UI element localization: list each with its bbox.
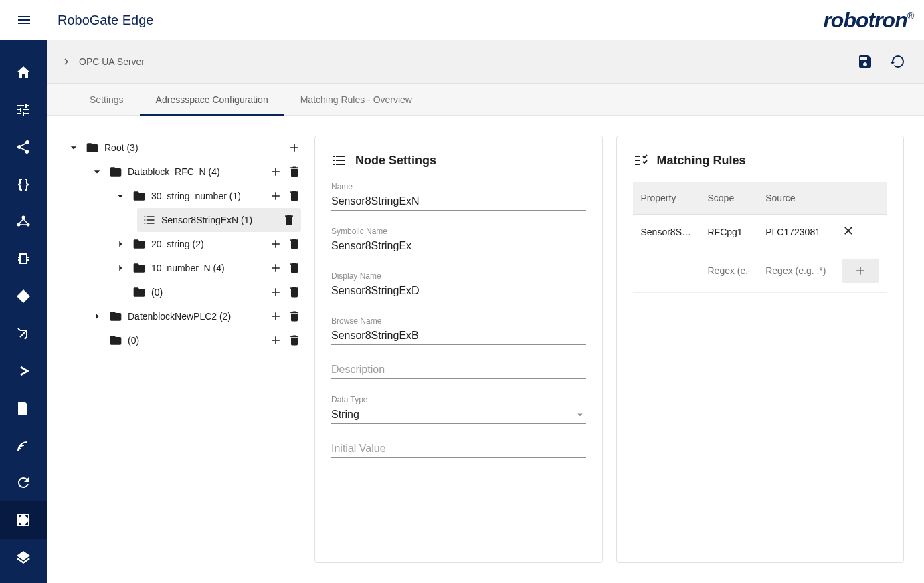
sidebar [0,40,47,583]
tree-toggle[interactable] [90,310,104,323]
home-icon [15,64,31,80]
plus-icon [854,264,867,277]
chevron-right-icon [114,237,127,251]
display-name-label: Display Name [331,271,586,281]
display-name-input[interactable] [331,282,586,300]
name-input[interactable] [331,193,586,211]
breadcrumb[interactable]: OPC UA Server [60,55,145,68]
chevron-right-icon [114,261,127,275]
add-icon[interactable] [269,237,282,251]
add-icon[interactable] [269,165,282,179]
folder-icon [132,285,146,299]
source-regex-input[interactable] [765,263,826,279]
delete-icon[interactable] [288,261,301,275]
tree-toggle[interactable] [114,189,127,203]
folder-icon [132,261,146,275]
tree-30-string-number[interactable]: 30_string_number (1) [114,184,301,208]
tree-toggle[interactable] [114,237,127,251]
restore-button[interactable] [884,48,911,75]
tab-settings[interactable]: Settings [74,84,140,116]
tree-datenblock-new[interactable]: DatenblockNewPLC2 (2) [90,304,301,328]
layers-icon [15,550,31,566]
table-new-row [633,249,888,293]
col-source: Source [757,182,834,215]
breadcrumb-bar: OPC UA Server [47,40,924,84]
description-input[interactable] [331,361,586,379]
sidebar-hub[interactable] [0,203,47,240]
add-icon[interactable] [269,261,282,275]
sidebar-wifi[interactable] [0,427,47,465]
menu-icon [16,12,32,28]
sidebar-tune[interactable] [0,91,47,128]
delete-icon[interactable] [288,285,301,299]
tab-matching-rules[interactable]: Matching Rules - Overview [284,84,428,116]
tree-toggle[interactable] [90,165,104,179]
tree-label: (0) [128,335,258,346]
menu-button[interactable] [11,7,37,33]
matching-rules-title: Matching Rules [657,154,746,168]
data-type-select[interactable]: String [331,406,586,424]
add-icon[interactable] [269,310,282,323]
tree-root[interactable]: Root (3) [67,136,301,160]
sidebar-play[interactable] [0,352,47,390]
tree-empty1[interactable]: (0) [114,280,301,304]
tree-10-number-n[interactable]: 10_number_N (4) [114,256,301,280]
initial-value-input[interactable] [331,440,586,458]
add-icon[interactable] [269,334,282,347]
tree-empty2[interactable]: (0) [90,328,301,352]
matching-rules-panel: Matching Rules Property Scope Source Se [616,136,905,563]
tree-toggle[interactable] [114,261,127,275]
sidebar-refresh[interactable] [0,464,47,501]
sidebar-file[interactable] [0,390,47,427]
folder-icon [109,334,122,347]
chevron-down-icon [67,141,80,154]
chip-icon [15,251,31,267]
greater-icon [15,363,31,379]
delete-icon[interactable] [288,310,301,323]
delete-icon[interactable] [288,237,301,251]
browse-name-input[interactable] [331,327,586,345]
list-icon [143,213,156,227]
symbolic-name-input[interactable] [331,237,586,255]
tree-sensor8[interactable]: Sensor8StringExN (1) [137,208,301,232]
sidebar-chip[interactable] [0,240,47,277]
tabs: Settings Adressspace Configuration Match… [47,84,924,116]
folder-icon [109,310,122,323]
checklist-icon [633,152,649,168]
sidebar-share[interactable] [0,128,47,166]
sidebar-braces[interactable] [0,166,47,203]
add-icon[interactable] [269,285,282,299]
tree-label: 10_number_N (4) [151,263,258,273]
tree-toggle[interactable] [67,141,80,154]
delete-icon[interactable] [288,165,301,179]
close-icon[interactable] [842,224,855,237]
file-icon [15,400,31,417]
tune-icon [15,102,31,118]
add-icon[interactable] [269,189,282,203]
tree-20-string[interactable]: 20_string (2) [114,232,301,256]
sidebar-diamond[interactable] [0,277,47,315]
tree-datablock-rfc[interactable]: Datablock_RFC_N (4) [90,160,301,184]
chevron-right-icon [60,55,72,68]
delete-icon[interactable] [282,213,296,227]
scope-regex-input[interactable] [708,263,750,279]
add-icon[interactable] [288,141,301,154]
app-title: RoboGate Edge [58,13,153,28]
folder-icon [132,189,146,203]
delete-icon[interactable] [288,334,301,347]
braces-icon [15,177,31,193]
sidebar-home[interactable] [0,53,47,91]
save-icon [857,53,873,70]
matching-rules-table: Property Scope Source Sensor8StringE RFC… [633,182,888,293]
sidebar-opc[interactable] [0,501,47,539]
folder-icon [109,165,122,179]
sidebar-swap[interactable] [0,315,47,352]
folder-icon [132,237,146,251]
delete-icon[interactable] [288,189,301,203]
sidebar-layers[interactable] [0,539,47,576]
diamond-icon [15,288,31,304]
swap-icon [15,326,31,342]
save-button[interactable] [852,48,879,75]
tab-addressspace[interactable]: Adressspace Configuration [140,84,284,116]
add-rule-button[interactable] [842,259,879,283]
